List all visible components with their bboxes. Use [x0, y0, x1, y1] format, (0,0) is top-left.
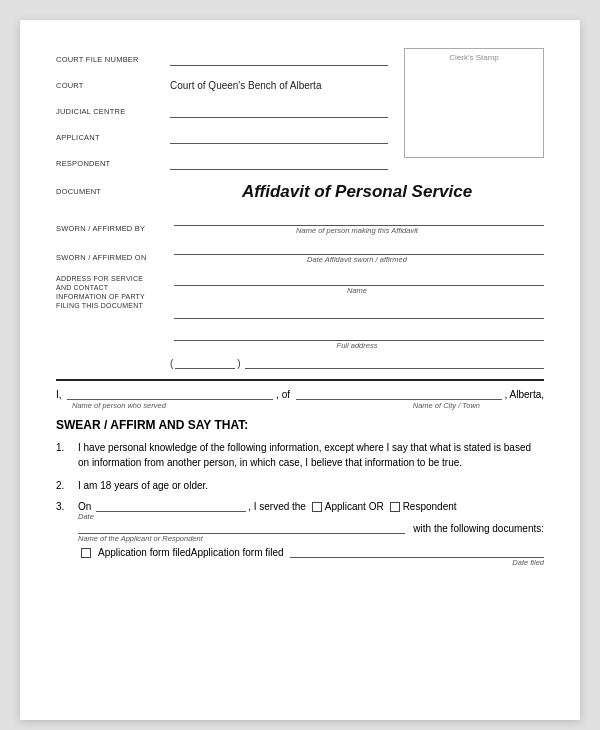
- sworn-by-line[interactable]: [174, 212, 544, 226]
- applicant-row: APPLICANT: [56, 126, 388, 144]
- sworn-on-row: SWORN / AFFIRMED ON Date Affidavit sworn…: [56, 241, 544, 264]
- main-divider: [56, 379, 544, 381]
- address-line1[interactable]: [174, 305, 544, 319]
- applicant-line[interactable]: [170, 130, 388, 144]
- full-address-label: Full address: [170, 341, 544, 350]
- sworn-affirmed-on-label: SWORN / AFFIRMED ON: [56, 253, 166, 264]
- of-text: , of: [276, 389, 293, 400]
- item-1: 1. I have personal knowledge of the foll…: [56, 440, 544, 470]
- name-person-label: Name of person making this Affidavit: [170, 226, 544, 235]
- date-affirmed-label: Date Affidavit sworn / affirmed: [170, 255, 544, 264]
- item-3-number: 3.: [56, 501, 78, 512]
- on-text: On: [78, 501, 94, 512]
- phone-row: ( ): [170, 358, 544, 369]
- sworn-by-row: SWORN / AFFIRMED BY Name of person makin…: [56, 212, 544, 235]
- address-section: ADDRESS FOR SERVICEAND CONTACTINFORMATIO…: [56, 272, 544, 369]
- i-served-text: , I served the: [248, 501, 309, 512]
- app-form-label-text: Application form filed: [191, 547, 287, 558]
- city-sublabel: Name of City / Town: [413, 401, 480, 410]
- document-row: DOCUMENT Affidavit of Personal Service: [56, 182, 544, 202]
- applicant-text: Applicant OR: [325, 501, 384, 512]
- respondent-row: RESPONDENT: [56, 152, 388, 170]
- app-form-row: Application form filed Application form …: [78, 547, 544, 558]
- item-2: 2. I am 18 years of age or older.: [56, 478, 544, 493]
- with-following-inline: with the following documents:: [411, 523, 544, 534]
- affidavit-page: COURT FILE NUMBER COURT Court of Queen's…: [20, 20, 580, 720]
- name-served-line[interactable]: [67, 399, 273, 400]
- sworn-affirmed-by-label: SWORN / AFFIRMED BY: [56, 224, 166, 235]
- address-name-label: Name: [170, 286, 544, 295]
- document-label: DOCUMENT: [56, 187, 166, 198]
- clerk-stamp-label: Clerk's Stamp: [405, 49, 543, 62]
- court-file-number-row: COURT FILE NUMBER: [56, 48, 388, 66]
- i-of-row: I, , of , Alberta, Name of person who se…: [56, 389, 544, 410]
- date-label: Date: [78, 512, 94, 521]
- court-row: COURT Court of Queen's Bench of Alberta: [56, 74, 388, 92]
- court-value: Court of Queen's Bench of Alberta: [170, 80, 388, 92]
- judicial-centre-row: JUDICIAL CENTRE: [56, 100, 388, 118]
- alberta-text: , Alberta,: [505, 389, 544, 400]
- city-line[interactable]: [296, 399, 502, 400]
- respondent-text: Respondent: [403, 501, 457, 512]
- phone-area-line[interactable]: [175, 368, 235, 369]
- item-2-number: 2.: [56, 478, 78, 493]
- judicial-centre-line[interactable]: [170, 104, 388, 118]
- address-line2[interactable]: [174, 327, 544, 341]
- respondent-label: RESPONDENT: [56, 159, 166, 170]
- date-filed-label: Date filed: [512, 558, 544, 567]
- applicant-name-row: with the following documents:: [78, 523, 544, 534]
- swear-heading: SWEAR / AFFIRM AND SAY THAT:: [56, 418, 544, 432]
- date-filed-label-row: Date filed: [56, 558, 544, 567]
- sworn-on-line[interactable]: [174, 241, 544, 255]
- address-label: ADDRESS FOR SERVICEAND CONTACTINFORMATIO…: [56, 272, 166, 369]
- item-3: 3. On , I served the Applicant OR Respon…: [56, 501, 544, 567]
- court-file-number-label: COURT FILE NUMBER: [56, 55, 166, 66]
- applicant-label: APPLICANT: [56, 133, 166, 144]
- item-2-text: I am 18 years of age or older.: [78, 478, 544, 493]
- respondent-checkbox[interactable]: [390, 502, 400, 512]
- i-text: I,: [56, 389, 64, 400]
- item-1-number: 1.: [56, 440, 78, 470]
- date-filed-line[interactable]: [290, 557, 544, 558]
- name-served-sublabel: Name of person who served: [72, 401, 166, 410]
- respondent-line[interactable]: [170, 156, 388, 170]
- app-form-checkbox[interactable]: [81, 548, 91, 558]
- date-field[interactable]: [96, 511, 246, 512]
- document-title: Affidavit of Personal Service: [170, 182, 544, 202]
- court-file-number-line[interactable]: [170, 52, 388, 66]
- clerk-stamp-box: Clerk's Stamp: [404, 48, 544, 158]
- top-section: COURT FILE NUMBER COURT Court of Queen's…: [56, 48, 544, 178]
- applicant-name-sublabel: Name of the Applicant or Respondent: [78, 534, 544, 543]
- open-paren: (: [170, 358, 173, 369]
- close-paren: ): [237, 358, 240, 369]
- applicant-checkbox[interactable]: [312, 502, 322, 512]
- address-name-line[interactable]: [174, 272, 544, 286]
- app-form-label: Application form filed: [98, 547, 191, 558]
- form-fields: COURT FILE NUMBER COURT Court of Queen's…: [56, 48, 388, 178]
- court-label: COURT: [56, 81, 166, 92]
- date-sublabel: Date: [78, 512, 544, 521]
- judicial-centre-label: JUDICIAL CENTRE: [56, 107, 166, 118]
- phone-number-line[interactable]: [245, 368, 544, 369]
- item-1-text: I have personal knowledge of the followi…: [78, 440, 544, 470]
